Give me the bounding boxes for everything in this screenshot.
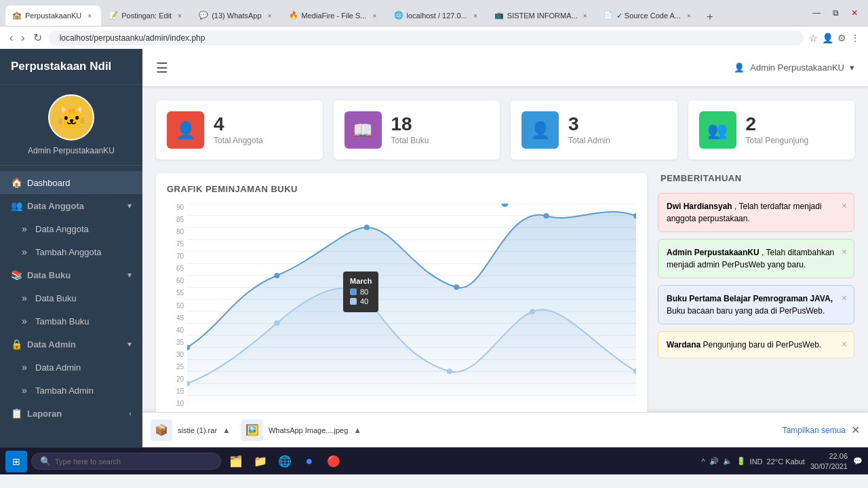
back-button[interactable]: ‹: [8, 31, 14, 45]
svg-point-25: [274, 320, 279, 326]
notif-close-1[interactable]: ×: [842, 199, 847, 213]
tab-close-7[interactable]: ×: [684, 11, 694, 20]
sidebar-section-admin[interactable]: 🔒 Data Admin ▾: [0, 333, 142, 356]
taskbar-right: ^ 🔊 🔈 🔋 IND 22°C Kabut 22.06 30/07/2021 …: [701, 451, 863, 471]
admin-label: Admin PerpustakaanKU: [750, 62, 844, 73]
reload-button[interactable]: ↻: [32, 30, 43, 45]
new-tab-button[interactable]: +: [701, 8, 719, 26]
tab-close-3[interactable]: ×: [265, 11, 275, 20]
taskbar-app-app[interactable]: 🔴: [323, 451, 344, 472]
start-button[interactable]: ⊞: [5, 451, 27, 472]
tab-close-2[interactable]: ×: [175, 11, 184, 20]
dl-chevron-1[interactable]: ▲: [222, 426, 231, 435]
profile-icon[interactable]: 👤: [822, 33, 833, 43]
stat-info-buku: 18 Total Buku: [391, 115, 429, 145]
taskbar-date: 30/07/2021: [810, 462, 848, 471]
admin-avatar-sm: 👤: [734, 62, 745, 73]
taskbar-app-chrome[interactable]: ●: [298, 451, 320, 472]
taskbar-app-files[interactable]: 🗂️: [225, 451, 247, 472]
forward-button[interactable]: ›: [20, 31, 26, 45]
admin-dropdown-icon[interactable]: ▾: [850, 62, 854, 73]
taskbar-chevron-icon[interactable]: ^: [701, 457, 705, 466]
tab-close-6[interactable]: ×: [581, 11, 589, 20]
bookmark-icon[interactable]: ☆: [809, 33, 818, 43]
sidebar-item-dashboard[interactable]: 🏠 Dashboard: [0, 171, 142, 194]
sidebar-item-tambah-buku[interactable]: » Tambah Buku: [0, 309, 142, 333]
tab-close-1[interactable]: ×: [85, 11, 94, 20]
close-button[interactable]: ✕: [846, 5, 863, 21]
chart-tooltip: March 80 40: [343, 271, 378, 312]
data-buku-label: Data Buku: [35, 293, 77, 303]
tab-label-4: MediaFire - File S...: [302, 12, 367, 20]
tab-sistem[interactable]: 📺 SISTEM INFORMA... ×: [488, 5, 596, 26]
tab-close-5[interactable]: ×: [471, 11, 480, 20]
address-input[interactable]: [49, 31, 804, 45]
taskbar-apps: 🗂️ 📁 🌐 ● 🔴: [225, 451, 344, 472]
app-layout: Perpustakaan Ndil 🐱 Admin PerpustakaanKU…: [0, 49, 868, 447]
show-all-button[interactable]: Tampilkan semua: [783, 426, 846, 435]
stat-label-buku: Total Buku: [391, 136, 429, 145]
dashboard-icon: 🏠: [11, 177, 22, 188]
taskbar-search-input[interactable]: [55, 457, 212, 466]
laporan-icon: 📋: [11, 408, 22, 419]
tooltip-dot-2: [350, 298, 357, 305]
notification-card-2: Admin PerpustakaanKU , Telah ditambahkan…: [658, 239, 854, 278]
hamburger-button[interactable]: ☰: [156, 60, 168, 76]
svg-point-28: [530, 309, 535, 314]
taskbar-app-browser[interactable]: 🌐: [274, 451, 296, 472]
tab-label-7: ✓ Source Code A...: [616, 12, 681, 20]
sidebar-section-buku[interactable]: 📚 Data Buku ▾: [0, 263, 142, 286]
svg-point-21: [500, 204, 509, 208]
minimize-button[interactable]: —: [808, 5, 825, 21]
sidebar-item-tambah-admin[interactable]: » Tambah Admin: [0, 379, 142, 402]
admin-section-label: Data Admin: [27, 339, 76, 350]
sidebar-section-laporan[interactable]: 📋 Laporan ‹: [0, 402, 142, 425]
tab-favicon-3: 💬: [199, 11, 208, 20]
tooltip-dot-1: [350, 288, 357, 295]
tooltip-series2-label: 40: [360, 297, 368, 305]
stat-label-admin: Total Admin: [568, 136, 610, 145]
sidebar-item-tambah-anggota[interactable]: » Tambah Anggota: [0, 240, 142, 263]
notif-text-3: Buku bacaan baru yang ada di PerPusWeb.: [667, 306, 825, 316]
tambah-admin-label: Tambah Admin: [35, 386, 94, 396]
download-bar: 📦 sistie (1).rar ▲ 🖼️ WhatsApp Image....…: [142, 412, 868, 447]
taskbar-app-explorer[interactable]: 📁: [250, 451, 271, 472]
tooltip-row-1: 80: [350, 288, 372, 296]
taskbar-network-icon: 🔊: [709, 457, 719, 466]
sidebar-section-anggota[interactable]: 👥 Data Anggota ▾: [0, 194, 142, 217]
tab-close-4[interactable]: ×: [370, 11, 380, 20]
notif-close-3[interactable]: ×: [842, 291, 847, 305]
tab-favicon-4: 🔥: [289, 11, 298, 20]
sidebar-menu: 🏠 Dashboard 👥 Data Anggota ▾ » Data Angg…: [0, 166, 142, 447]
sidebar: Perpustakaan Ndil 🐱 Admin PerpustakaanKU…: [0, 49, 142, 447]
two-col-layout: GRAFIK PEMINJAMAN BUKU 90 85 80 75 70 65…: [156, 173, 854, 412]
sidebar-item-data-buku[interactable]: » Data Buku: [0, 286, 142, 309]
lock-icon: 🔒: [11, 339, 22, 350]
chart-container: 90 85 80 75 70 65 60 55 50 45 40 35: [167, 204, 636, 412]
tab-postingan[interactable]: 📝 Postingan: Edit ×: [102, 5, 191, 26]
tab-whatsapp[interactable]: 💬 (13) WhatsApp ×: [192, 5, 281, 26]
tab-source[interactable]: 📄 ✓ Source Code A... ×: [597, 5, 701, 26]
taskbar-notification-icon[interactable]: 💬: [853, 457, 863, 466]
tooltip-series1-label: 80: [360, 288, 368, 296]
stat-number-pengunjung: 2: [746, 115, 809, 134]
stat-icon-admin: 👤: [521, 111, 559, 149]
sidebar-item-data-admin[interactable]: » Data Admin: [0, 356, 142, 379]
extensions-icon[interactable]: ⚙: [837, 33, 846, 43]
chart-area: March 80 40: [187, 204, 636, 407]
dl-chevron-2[interactable]: ▲: [353, 426, 361, 435]
dashboard-label: Dashboard: [27, 178, 71, 188]
download-item-2: 🖼️ WhatsApp Image....jpeg ▲: [241, 419, 361, 441]
notification-card-4: Wardana Pengunjung baru di PerPusWeb. ×: [658, 331, 854, 358]
sidebar-item-data-anggota[interactable]: » Data Anggota: [0, 217, 142, 240]
restore-button[interactable]: ⧉: [827, 5, 844, 21]
tab-localhost[interactable]: 🌐 localhost / 127.0... ×: [387, 5, 487, 26]
notif-close-4[interactable]: ×: [842, 337, 847, 352]
tab-mediafire[interactable]: 🔥 MediaFire - File S... ×: [282, 5, 387, 26]
notif-close-2[interactable]: ×: [842, 245, 847, 259]
tab-perpustakaanku[interactable]: 🏫 PerpustakaanKU ×: [5, 5, 101, 26]
close-download-bar-button[interactable]: ✕: [851, 424, 860, 436]
menu-icon[interactable]: ⋮: [850, 33, 860, 43]
dl-icon-1: 📦: [151, 419, 172, 441]
svg-point-27: [447, 369, 452, 374]
